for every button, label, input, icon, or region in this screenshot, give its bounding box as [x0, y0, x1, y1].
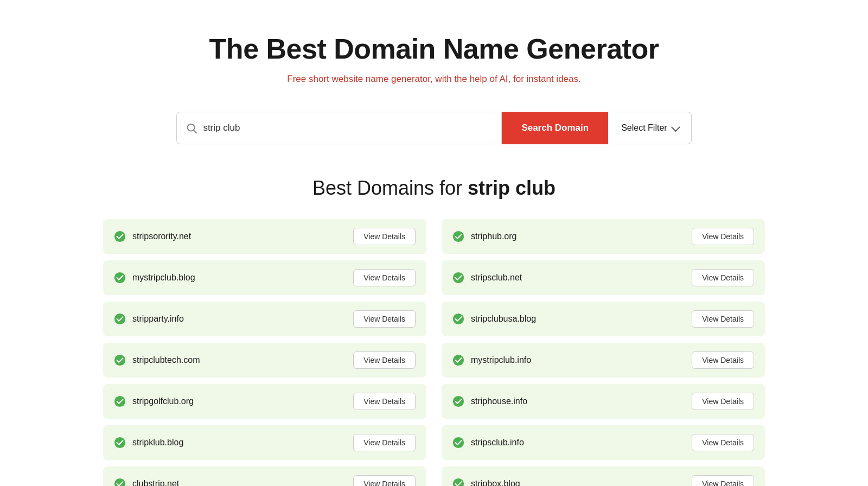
domain-left: mystripclub.info: [452, 354, 531, 366]
svg-point-7: [453, 314, 464, 324]
check-circle-icon: [452, 313, 464, 325]
domain-name: stripparty.info: [132, 314, 184, 324]
domain-item: clubstrip.net View Details: [103, 466, 426, 486]
search-domain-button[interactable]: Search Domain: [502, 112, 608, 144]
svg-point-3: [453, 231, 464, 242]
domain-left: stripsclub.info: [452, 437, 524, 449]
svg-point-2: [114, 231, 125, 242]
chevron-down-icon: [671, 123, 680, 132]
check-circle-icon: [452, 437, 464, 449]
page-title: The Best Domain Name Generator: [103, 33, 765, 65]
svg-point-12: [114, 437, 125, 448]
svg-point-8: [114, 355, 125, 366]
domain-left: striphub.org: [452, 231, 517, 242]
domain-left: stripsclub.net: [452, 272, 522, 284]
search-input-wrapper: [176, 112, 502, 144]
svg-point-10: [114, 396, 125, 407]
check-circle-icon: [114, 354, 126, 366]
results-heading: Best Domains for strip club: [103, 177, 765, 200]
domain-name: stripsclub.net: [471, 273, 522, 283]
page-subtitle: Free short website name generator, with …: [103, 74, 765, 85]
svg-point-11: [453, 396, 464, 407]
view-details-button[interactable]: View Details: [353, 351, 416, 369]
domain-left: stripklub.blog: [114, 437, 183, 449]
domain-item: stripgolfclub.org View Details: [103, 384, 426, 419]
view-details-button[interactable]: View Details: [353, 269, 416, 286]
domain-name: mystripclub.info: [471, 355, 531, 365]
domain-item: striphub.org View Details: [442, 219, 765, 254]
check-circle-icon: [452, 231, 464, 242]
domain-item: striphouse.info View Details: [442, 384, 765, 419]
view-details-button[interactable]: View Details: [353, 475, 416, 486]
view-details-button[interactable]: View Details: [353, 228, 416, 245]
check-circle-icon: [114, 313, 126, 325]
search-input[interactable]: [203, 123, 493, 133]
domain-left: stripgolfclub.org: [114, 395, 194, 407]
domain-left: clubstrip.net: [114, 478, 179, 486]
domain-left: stripbox.blog: [452, 478, 520, 486]
check-circle-icon: [114, 272, 126, 284]
search-icon: [186, 122, 197, 134]
select-filter-button[interactable]: Select Filter: [608, 112, 691, 144]
check-circle-icon: [452, 272, 464, 284]
domain-item: stripparty.info View Details: [103, 302, 426, 336]
domain-name: striphub.org: [471, 232, 517, 241]
domain-left: stripclubusa.blog: [452, 313, 536, 325]
view-details-button[interactable]: View Details: [353, 434, 416, 451]
domain-left: striphouse.info: [452, 395, 527, 407]
check-circle-icon: [452, 354, 464, 366]
svg-point-6: [114, 314, 125, 324]
results-heading-prefix: Best Domains for: [312, 177, 468, 199]
domain-name: stripsorority.net: [132, 232, 191, 241]
domains-grid: stripsorority.net View Details striphub.…: [103, 219, 765, 486]
domain-name: striphouse.info: [471, 397, 527, 406]
domain-item: stripsorority.net View Details: [103, 219, 426, 254]
check-circle-icon: [452, 478, 464, 486]
domain-name: stripklub.blog: [132, 438, 183, 447]
domain-item: stripbox.blog View Details: [442, 466, 765, 486]
domain-item: stripclubusa.blog View Details: [442, 302, 765, 336]
domain-name: stripbox.blog: [471, 479, 520, 486]
svg-point-4: [114, 272, 125, 283]
view-details-button[interactable]: View Details: [353, 393, 416, 410]
view-details-button[interactable]: View Details: [692, 475, 754, 486]
results-heading-keyword: strip club: [468, 177, 556, 199]
svg-point-9: [453, 355, 464, 366]
domain-item: stripsclub.info View Details: [442, 425, 765, 460]
check-circle-icon: [452, 395, 464, 407]
check-circle-icon: [114, 395, 126, 407]
domain-name: stripgolfclub.org: [132, 397, 194, 406]
domain-name: stripclubtech.com: [132, 355, 200, 365]
domain-item: stripklub.blog View Details: [103, 425, 426, 460]
view-details-button[interactable]: View Details: [692, 228, 754, 245]
domain-left: stripsorority.net: [114, 231, 191, 242]
domain-name: clubstrip.net: [132, 479, 179, 486]
svg-line-1: [194, 130, 197, 133]
svg-point-13: [453, 437, 464, 448]
svg-point-5: [453, 272, 464, 283]
view-details-button[interactable]: View Details: [692, 351, 754, 369]
view-details-button[interactable]: View Details: [353, 310, 416, 328]
domain-left: stripclubtech.com: [114, 354, 200, 366]
check-circle-icon: [114, 231, 126, 242]
check-circle-icon: [114, 437, 126, 449]
domain-left: stripparty.info: [114, 313, 184, 325]
search-bar: Search Domain Select Filter: [103, 112, 765, 144]
view-details-button[interactable]: View Details: [692, 269, 754, 286]
view-details-button[interactable]: View Details: [692, 393, 754, 410]
view-details-button[interactable]: View Details: [692, 310, 754, 328]
domain-name: stripsclub.info: [471, 438, 524, 447]
domain-name: stripclubusa.blog: [471, 314, 536, 324]
domain-left: mystripclub.blog: [114, 272, 195, 284]
domain-item: mystripclub.info View Details: [442, 343, 765, 378]
domain-item: stripsclub.net View Details: [442, 260, 765, 295]
domain-item: stripclubtech.com View Details: [103, 343, 426, 378]
view-details-button[interactable]: View Details: [692, 434, 754, 451]
domain-name: mystripclub.blog: [132, 273, 195, 283]
domain-item: mystripclub.blog View Details: [103, 260, 426, 295]
check-circle-icon: [114, 478, 126, 486]
filter-label: Select Filter: [621, 123, 667, 133]
